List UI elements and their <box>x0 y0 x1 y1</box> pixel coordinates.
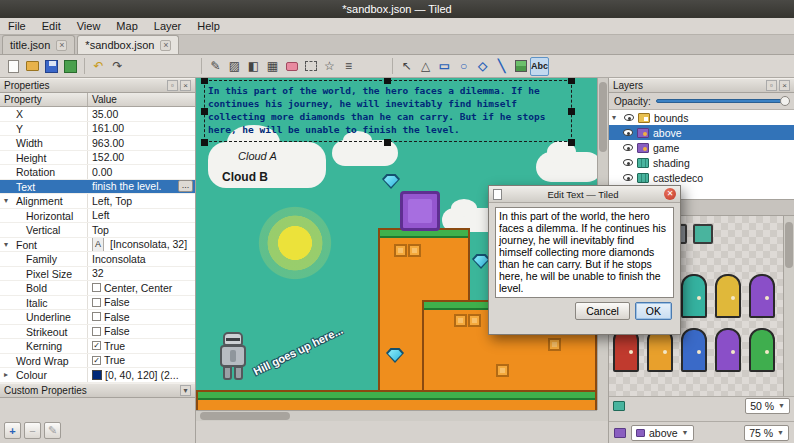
door-tile[interactable] <box>749 328 775 372</box>
underline-checkbox[interactable] <box>92 312 101 321</box>
property-row[interactable]: Y161.00 <box>0 122 195 137</box>
insert-rectangle-tool[interactable]: ▭ <box>435 57 454 76</box>
door-tile[interactable] <box>681 328 707 372</box>
resize-handle[interactable] <box>384 78 391 84</box>
magic-wand-tool[interactable]: ☆ <box>320 57 339 76</box>
visibility-eye-icon[interactable] <box>623 174 633 181</box>
current-layer-combo[interactable]: above ▼ <box>631 425 694 441</box>
resize-handle[interactable] <box>201 139 208 146</box>
shape-fill-tool[interactable]: ▦ <box>263 57 282 76</box>
add-property-button[interactable]: + <box>4 422 21 439</box>
eraser-tool[interactable] <box>282 57 301 76</box>
tileset-zoom-combo[interactable]: 50 % ▼ <box>745 398 790 414</box>
insert-polygon-tool[interactable]: ◇ <box>473 57 492 76</box>
hill-text-object[interactable]: Hill goes up here... <box>251 324 344 378</box>
layer-row-castledeco[interactable]: castledeco <box>609 170 794 185</box>
property-row[interactable]: Word WrapTrue <box>0 354 195 369</box>
tab-close-icon[interactable]: × <box>160 40 171 51</box>
dock-expand-icon[interactable]: ▾ <box>180 385 191 396</box>
word-wrap-checkbox[interactable] <box>92 356 101 365</box>
insert-tile-tool[interactable] <box>511 57 530 76</box>
stamp-brush-tool[interactable]: ✎ <box>206 57 225 76</box>
property-row[interactable]: AlignmentLeft, Top <box>0 194 195 209</box>
menu-edit[interactable]: Edit <box>34 18 69 34</box>
insert-ellipse-tool[interactable]: ○ <box>454 57 473 76</box>
select-object-tool[interactable]: ↖ <box>397 57 416 76</box>
property-row[interactable]: Rotation0.00 <box>0 165 195 180</box>
door-tile[interactable] <box>715 328 741 372</box>
property-row[interactable]: ItalicFalse <box>0 296 195 311</box>
dialog-title-bar[interactable]: Edit Text — Tiled ✕ <box>489 186 680 203</box>
bucket-fill-tool[interactable]: ◧ <box>244 57 263 76</box>
property-row[interactable]: Pixel Size32 <box>0 267 195 282</box>
new-map-button[interactable] <box>4 57 23 76</box>
menu-view[interactable]: View <box>69 18 109 34</box>
kerning-checkbox[interactable] <box>92 341 101 350</box>
property-row[interactable]: StrikeoutFalse <box>0 325 195 340</box>
menu-layer[interactable]: Layer <box>146 18 190 34</box>
layer-row-bounds[interactable]: ▾ bounds <box>609 110 794 125</box>
visibility-eye-icon[interactable] <box>624 114 634 121</box>
property-row[interactable]: Width963.00 <box>0 136 195 151</box>
remove-property-button[interactable]: − <box>24 422 41 439</box>
property-row[interactable]: VerticalTop <box>0 223 195 238</box>
scrollbar-thumb[interactable] <box>785 222 793 268</box>
select-same-tile-tool[interactable]: ≡ <box>339 57 358 76</box>
close-icon[interactable]: ✕ <box>664 188 676 200</box>
door-tile[interactable] <box>749 274 775 318</box>
scrollbar-thumb[interactable] <box>200 412 290 420</box>
visibility-eye-icon[interactable] <box>623 144 633 151</box>
redo-button[interactable]: ↷ <box>108 57 127 76</box>
resize-handle[interactable] <box>384 139 391 146</box>
dock-close-icon[interactable]: × <box>779 80 790 91</box>
undo-button[interactable]: ↶ <box>89 57 108 76</box>
property-row[interactable]: FamilyInconsolata <box>0 252 195 267</box>
property-row[interactable]: BoldCenter, Center <box>0 281 195 296</box>
resize-handle[interactable] <box>568 78 575 84</box>
visibility-eye-icon[interactable] <box>623 129 633 136</box>
text-edit-area[interactable]: In this part of the world, the hero face… <box>495 207 674 298</box>
tab-title-json[interactable]: title.json × <box>2 35 75 54</box>
dock-close-icon[interactable]: × <box>180 80 191 91</box>
dock-float-icon[interactable]: ▫ <box>766 80 777 91</box>
tileset-tile[interactable] <box>693 224 713 244</box>
scrollbar-thumb[interactable] <box>599 82 607 152</box>
opacity-slider[interactable] <box>656 99 789 103</box>
zoom-combo[interactable]: 75 % ▼ <box>744 425 789 441</box>
slider-handle[interactable] <box>780 96 790 106</box>
menu-help[interactable]: Help <box>189 18 228 34</box>
insert-text-tool[interactable]: Abc <box>530 57 549 76</box>
property-row[interactable]: UnderlineFalse <box>0 310 195 325</box>
resize-handle[interactable] <box>201 108 208 115</box>
canvas-horizontal-scrollbar[interactable] <box>196 410 597 421</box>
property-row[interactable]: Colour[0, 40, 120] (2... <box>0 368 195 383</box>
tab-sandbox-json[interactable]: *sandbox.json × <box>77 35 179 54</box>
resize-handle[interactable] <box>568 108 575 115</box>
export-button[interactable] <box>61 57 80 76</box>
expander-icon[interactable]: ▾ <box>612 113 620 122</box>
property-row[interactable]: Font[Inconsolata, 32] <box>0 238 195 253</box>
insert-polyline-tool[interactable]: ╲ <box>492 57 511 76</box>
bold-checkbox[interactable] <box>92 283 101 292</box>
level-text-object[interactable]: In this part of the world, the hero face… <box>208 84 568 136</box>
strikeout-checkbox[interactable] <box>92 327 101 336</box>
property-row[interactable]: HorizontalLeft <box>0 209 195 224</box>
colour-swatch[interactable] <box>92 370 102 380</box>
menu-map[interactable]: Map <box>108 18 145 34</box>
save-file-button[interactable] <box>42 57 61 76</box>
property-row[interactable]: KerningTrue <box>0 339 195 354</box>
property-row[interactable]: X35.00 <box>0 107 195 122</box>
open-file-button[interactable] <box>23 57 42 76</box>
italic-checkbox[interactable] <box>92 298 101 307</box>
layer-row-game[interactable]: game <box>609 140 794 155</box>
edit-polygons-tool[interactable]: △ <box>416 57 435 76</box>
door-tile[interactable] <box>681 274 707 318</box>
layer-row-shading[interactable]: shading <box>609 155 794 170</box>
edit-text-more-button[interactable]: ... <box>178 180 193 192</box>
door-tile[interactable] <box>715 274 741 318</box>
cancel-button[interactable]: Cancel <box>575 302 630 320</box>
menu-file[interactable]: File <box>0 18 34 34</box>
property-row-text-selected[interactable]: Text finish the level. ... <box>0 180 195 195</box>
ok-button[interactable]: OK <box>635 302 672 320</box>
tab-close-icon[interactable]: × <box>56 40 67 51</box>
